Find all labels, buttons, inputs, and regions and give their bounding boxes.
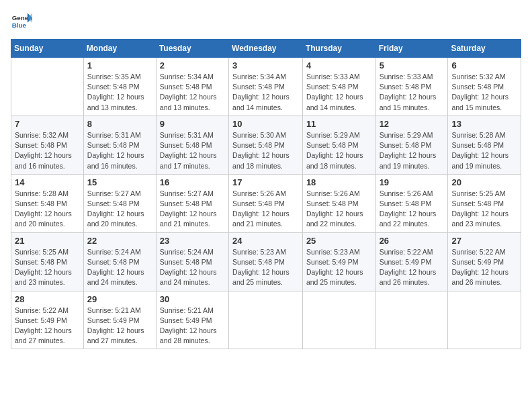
day-number: 28 [15,294,80,304]
day-number: 16 [160,177,225,187]
day-cell: 2Sunrise: 5:34 AMSunset: 5:48 PMDaylight… [156,58,228,116]
column-header-tuesday: Tuesday [156,40,228,58]
day-number: 7 [15,119,80,129]
day-cell: 12Sunrise: 5:29 AMSunset: 5:48 PMDayligh… [375,116,448,174]
day-info: Sunrise: 5:32 AMSunset: 5:48 PMDaylight:… [451,72,517,113]
day-number: 12 [380,119,445,129]
day-cell [302,291,375,349]
day-info: Sunrise: 5:22 AMSunset: 5:49 PMDaylight:… [380,247,445,288]
day-info: Sunrise: 5:23 AMSunset: 5:48 PMDaylight:… [232,247,299,288]
day-cell: 22Sunrise: 5:24 AMSunset: 5:48 PMDayligh… [83,232,156,291]
day-cell: 25Sunrise: 5:23 AMSunset: 5:49 PMDayligh… [302,232,375,291]
logo-icon: General Blue [11,11,32,32]
day-number: 13 [451,119,517,129]
day-number: 18 [306,177,372,187]
day-number: 10 [232,119,299,129]
day-info: Sunrise: 5:26 AMSunset: 5:48 PMDaylight:… [380,189,445,230]
day-number: 30 [160,294,225,304]
day-number: 22 [87,236,152,246]
day-info: Sunrise: 5:29 AMSunset: 5:48 PMDaylight:… [380,130,445,171]
day-cell: 7Sunrise: 5:32 AMSunset: 5:48 PMDaylight… [11,116,84,174]
day-cell: 26Sunrise: 5:22 AMSunset: 5:49 PMDayligh… [375,232,448,291]
day-info: Sunrise: 5:28 AMSunset: 5:48 PMDaylight:… [451,130,517,171]
day-number: 8 [87,119,152,129]
day-number: 27 [451,236,517,246]
column-header-wednesday: Wednesday [229,40,303,58]
day-cell: 3Sunrise: 5:34 AMSunset: 5:48 PMDaylight… [229,58,303,116]
column-header-sunday: Sunday [11,40,84,58]
day-info: Sunrise: 5:27 AMSunset: 5:48 PMDaylight:… [87,189,152,230]
day-info: Sunrise: 5:33 AMSunset: 5:48 PMDaylight:… [306,72,372,113]
day-number: 9 [160,119,225,129]
day-number: 11 [306,119,372,129]
day-number: 2 [160,60,225,71]
day-cell: 17Sunrise: 5:26 AMSunset: 5:48 PMDayligh… [229,174,303,232]
day-number: 1 [87,60,152,71]
day-info: Sunrise: 5:26 AMSunset: 5:48 PMDaylight:… [306,189,372,230]
day-info: Sunrise: 5:24 AMSunset: 5:48 PMDaylight:… [160,247,225,288]
day-cell: 20Sunrise: 5:25 AMSunset: 5:48 PMDayligh… [448,174,521,232]
day-number: 5 [380,60,445,71]
day-cell [11,58,84,116]
day-info: Sunrise: 5:21 AMSunset: 5:49 PMDaylight:… [160,306,225,347]
day-cell: 1Sunrise: 5:35 AMSunset: 5:48 PMDaylight… [83,58,156,116]
column-header-thursday: Thursday [302,40,375,58]
day-cell: 8Sunrise: 5:31 AMSunset: 5:48 PMDaylight… [83,116,156,174]
day-number: 21 [15,236,80,246]
calendar-table: SundayMondayTuesdayWednesdayThursdayFrid… [11,39,521,349]
day-cell: 14Sunrise: 5:28 AMSunset: 5:48 PMDayligh… [11,174,84,232]
day-cell: 6Sunrise: 5:32 AMSunset: 5:48 PMDaylight… [448,58,521,116]
column-header-monday: Monday [83,40,156,58]
day-number: 6 [451,60,517,71]
week-row-2: 7Sunrise: 5:32 AMSunset: 5:48 PMDaylight… [11,116,521,174]
day-info: Sunrise: 5:35 AMSunset: 5:48 PMDaylight:… [87,72,152,113]
svg-text:Blue: Blue [12,21,27,29]
day-cell: 10Sunrise: 5:30 AMSunset: 5:48 PMDayligh… [229,116,303,174]
day-cell [375,291,448,349]
day-cell [448,291,521,349]
day-number: 19 [380,177,445,187]
day-number: 29 [87,294,152,304]
header-row: SundayMondayTuesdayWednesdayThursdayFrid… [11,40,521,58]
day-number: 20 [451,177,517,187]
day-cell: 15Sunrise: 5:27 AMSunset: 5:48 PMDayligh… [83,174,156,232]
day-cell: 9Sunrise: 5:31 AMSunset: 5:48 PMDaylight… [156,116,228,174]
day-cell: 18Sunrise: 5:26 AMSunset: 5:48 PMDayligh… [302,174,375,232]
week-row-3: 14Sunrise: 5:28 AMSunset: 5:48 PMDayligh… [11,174,521,232]
day-info: Sunrise: 5:31 AMSunset: 5:48 PMDaylight:… [160,130,225,171]
day-number: 25 [306,236,372,246]
day-info: Sunrise: 5:34 AMSunset: 5:48 PMDaylight:… [160,72,225,113]
day-info: Sunrise: 5:22 AMSunset: 5:49 PMDaylight:… [15,306,80,347]
day-info: Sunrise: 5:22 AMSunset: 5:49 PMDaylight:… [451,247,517,288]
day-cell [229,291,303,349]
day-info: Sunrise: 5:34 AMSunset: 5:48 PMDaylight:… [232,72,299,113]
day-number: 17 [232,177,299,187]
day-info: Sunrise: 5:27 AMSunset: 5:48 PMDaylight:… [160,189,225,230]
day-info: Sunrise: 5:30 AMSunset: 5:48 PMDaylight:… [232,130,299,171]
day-cell: 21Sunrise: 5:25 AMSunset: 5:48 PMDayligh… [11,232,84,291]
day-cell: 16Sunrise: 5:27 AMSunset: 5:48 PMDayligh… [156,174,228,232]
day-info: Sunrise: 5:23 AMSunset: 5:49 PMDaylight:… [306,247,372,288]
day-info: Sunrise: 5:29 AMSunset: 5:48 PMDaylight:… [306,130,372,171]
day-info: Sunrise: 5:33 AMSunset: 5:48 PMDaylight:… [380,72,445,113]
day-cell: 27Sunrise: 5:22 AMSunset: 5:49 PMDayligh… [448,232,521,291]
day-cell: 23Sunrise: 5:24 AMSunset: 5:48 PMDayligh… [156,232,228,291]
column-header-saturday: Saturday [448,40,521,58]
day-info: Sunrise: 5:21 AMSunset: 5:49 PMDaylight:… [87,306,152,347]
day-number: 4 [306,60,372,71]
day-info: Sunrise: 5:31 AMSunset: 5:48 PMDaylight:… [87,130,152,171]
logo: General Blue [11,11,32,32]
column-header-friday: Friday [375,40,448,58]
page-header: General Blue [11,11,521,32]
day-cell: 19Sunrise: 5:26 AMSunset: 5:48 PMDayligh… [375,174,448,232]
day-info: Sunrise: 5:25 AMSunset: 5:48 PMDaylight:… [451,189,517,230]
day-number: 3 [232,60,299,71]
day-info: Sunrise: 5:28 AMSunset: 5:48 PMDaylight:… [15,189,80,230]
day-cell: 4Sunrise: 5:33 AMSunset: 5:48 PMDaylight… [302,58,375,116]
day-cell: 24Sunrise: 5:23 AMSunset: 5:48 PMDayligh… [229,232,303,291]
day-info: Sunrise: 5:25 AMSunset: 5:48 PMDaylight:… [15,247,80,288]
day-cell: 30Sunrise: 5:21 AMSunset: 5:49 PMDayligh… [156,291,228,349]
day-info: Sunrise: 5:32 AMSunset: 5:48 PMDaylight:… [15,130,80,171]
day-cell: 5Sunrise: 5:33 AMSunset: 5:48 PMDaylight… [375,58,448,116]
week-row-4: 21Sunrise: 5:25 AMSunset: 5:48 PMDayligh… [11,232,521,291]
